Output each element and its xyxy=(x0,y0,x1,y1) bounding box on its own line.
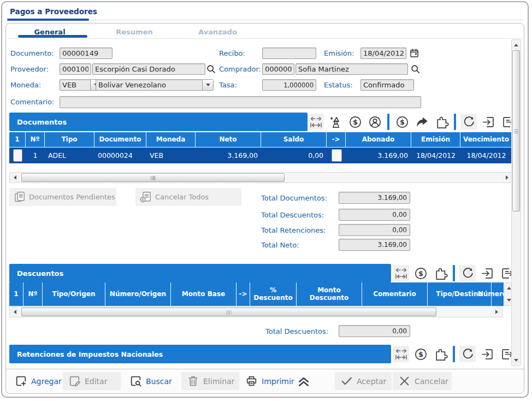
cancelar-button[interactable]: Cancelar xyxy=(393,372,452,390)
scroll-left-icon[interactable] xyxy=(10,308,19,316)
moneda-code-value[interactable] xyxy=(60,80,90,90)
search-document-icon xyxy=(129,374,143,388)
recibo-field[interactable] xyxy=(262,48,316,59)
proveedor-code-field[interactable] xyxy=(60,63,91,75)
retenciones-title: Retenciones de Impuestos Nacionales xyxy=(17,350,163,358)
currency-icon[interactable]: $ xyxy=(394,114,410,130)
scroll-right-icon[interactable] xyxy=(503,173,512,182)
column-header[interactable]: Número/Destino xyxy=(492,282,504,306)
table-cell: 0,00 xyxy=(261,148,327,163)
comprador-code-field[interactable] xyxy=(262,63,294,75)
import-icon[interactable] xyxy=(479,265,495,281)
column-header[interactable]: 1 xyxy=(9,132,26,147)
import-icon[interactable] xyxy=(479,346,495,362)
scrollbar-thumb[interactable] xyxy=(21,308,436,316)
column-header[interactable]: Saldo xyxy=(261,132,327,147)
comprador-name-field[interactable] xyxy=(295,63,408,75)
scroll-up-icon[interactable] xyxy=(512,40,520,49)
refresh-icon[interactable] xyxy=(459,346,476,362)
column-header[interactable]: -> xyxy=(327,132,346,147)
puzzle-icon[interactable] xyxy=(432,265,448,281)
column-header[interactable]: Comentario xyxy=(362,282,428,306)
estatus-field[interactable] xyxy=(360,79,414,91)
cancelar-todos-button[interactable]: $ Cancelar Todos xyxy=(135,188,241,206)
user-icon[interactable] xyxy=(367,114,383,130)
total-retenciones-field[interactable] xyxy=(339,224,410,236)
tab-avanzado-label: Avanzado xyxy=(198,28,237,36)
currency-icon[interactable]: $ xyxy=(412,265,429,281)
descuentos-total-field[interactable] xyxy=(339,325,410,337)
column-header[interactable]: Nº xyxy=(26,132,45,147)
descuentos-title: Descuentos xyxy=(17,269,63,278)
moneda-name-value[interactable] xyxy=(96,80,202,90)
column-header[interactable]: % Descuento xyxy=(250,282,297,306)
main-vscrollbar[interactable] xyxy=(511,39,521,366)
collapse-panel-button[interactable] xyxy=(294,374,313,389)
column-header[interactable]: Vencimiento xyxy=(460,132,512,147)
column-header[interactable]: Abonado xyxy=(346,132,411,147)
tab-avanzado[interactable]: Avanzado xyxy=(189,26,246,38)
column-header[interactable]: 1 xyxy=(9,282,23,306)
chevron-down-icon[interactable] xyxy=(202,80,213,90)
table-cell xyxy=(9,148,26,163)
column-header[interactable]: Monto Descuento xyxy=(297,282,362,306)
scrollbar-thumb[interactable] xyxy=(512,50,520,211)
row-checkbox[interactable] xyxy=(332,149,342,162)
wizard-icon[interactable] xyxy=(327,114,344,130)
tab-divider xyxy=(7,38,523,39)
column-header[interactable]: Nº xyxy=(23,282,43,306)
column-header[interactable]: Tipo/Origen xyxy=(43,282,105,306)
row-checkbox[interactable] xyxy=(13,149,22,162)
documentos-pendientes-button[interactable]: Documentos Pendientes xyxy=(9,188,116,206)
proveedor-name-field[interactable] xyxy=(92,63,205,75)
proveedor-search-icon[interactable] xyxy=(205,63,217,75)
comentario-field[interactable] xyxy=(60,96,421,108)
fit-columns-icon[interactable] xyxy=(393,265,409,281)
eliminar-button[interactable]: Eliminar xyxy=(181,372,239,390)
imprimir-label: Imprimir xyxy=(262,377,294,386)
emision-field[interactable] xyxy=(360,48,406,59)
column-header[interactable]: Documento xyxy=(94,132,146,147)
editar-button[interactable]: Editar xyxy=(63,372,121,390)
column-header[interactable]: Monto Base xyxy=(171,282,237,306)
tab-resumen[interactable]: Resumen xyxy=(107,26,162,38)
column-header[interactable]: Emisión xyxy=(411,132,460,147)
column-header[interactable]: -> xyxy=(237,282,250,306)
total-descuentos-field[interactable] xyxy=(339,209,410,221)
documento-field[interactable] xyxy=(60,48,113,59)
aceptar-button[interactable]: Aceptar xyxy=(335,372,392,390)
currency-icon[interactable]: $ xyxy=(412,346,429,362)
total-documentos-field[interactable] xyxy=(339,192,410,204)
column-header[interactable]: Número/Origen xyxy=(105,282,171,306)
column-header[interactable]: Neto xyxy=(196,132,261,147)
column-header[interactable]: Tipo xyxy=(45,132,94,147)
table-row[interactable]: 1ADEL00000024VEB3.169,000,003.169,0018/0… xyxy=(9,148,512,163)
comprador-search-icon[interactable] xyxy=(409,63,421,75)
action-bar: Agregar Editar Buscar Eliminar Imprimir xyxy=(6,369,524,393)
scroll-left-icon[interactable] xyxy=(10,173,19,182)
scroll-down-icon[interactable] xyxy=(512,356,520,365)
imprimir-button[interactable]: Imprimir xyxy=(240,372,299,390)
scrollbar-thumb[interactable] xyxy=(21,173,285,182)
svg-text:$: $ xyxy=(418,350,423,358)
fit-columns-icon[interactable] xyxy=(393,346,409,362)
fit-columns-icon[interactable] xyxy=(308,114,324,130)
currency-icon[interactable]: $ xyxy=(347,114,363,130)
forward-icon[interactable] xyxy=(413,114,430,130)
refresh-icon[interactable] xyxy=(459,265,476,281)
total-neto-field[interactable] xyxy=(339,239,410,251)
refresh-icon[interactable] xyxy=(460,114,477,130)
puzzle-icon[interactable] xyxy=(433,114,450,130)
calendar-icon[interactable] xyxy=(408,47,420,59)
column-header[interactable]: Moneda xyxy=(146,132,196,147)
scroll-right-icon[interactable] xyxy=(493,308,501,316)
puzzle-icon[interactable] xyxy=(432,346,448,362)
agregar-button[interactable]: Agregar xyxy=(9,372,67,390)
descuentos-hscrollbar[interactable] xyxy=(9,306,503,317)
buscar-button[interactable]: Buscar xyxy=(124,372,177,390)
documentos-hscrollbar[interactable] xyxy=(9,172,513,183)
import-icon[interactable] xyxy=(480,114,496,130)
toolbar-separator xyxy=(453,346,455,362)
tasa-field[interactable] xyxy=(262,79,316,91)
moneda-name-select[interactable] xyxy=(96,79,214,91)
